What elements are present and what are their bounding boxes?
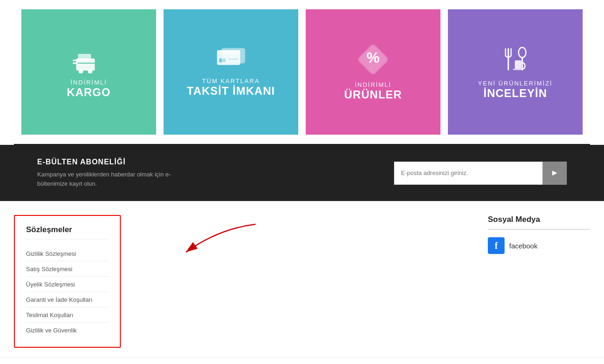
- svg-text:%: %: [367, 49, 380, 66]
- garanti-iade-link[interactable]: Garanti ve İade Koşulları: [26, 296, 92, 303]
- red-arrow: [149, 220, 260, 266]
- inceleyin-card-title: İNCELEYİN: [478, 87, 552, 100]
- sozlesmeler-heading: Sözleşmeler: [26, 225, 109, 240]
- facebook-link[interactable]: f facebook: [488, 237, 590, 254]
- promo-card-inceleyin[interactable]: YENİ ÜRÜNLERİMİZİ İNCELEYİN: [448, 9, 583, 135]
- newsletter-section: E-BÜLTEN ABONELİĞİ Kampanya ve yenilikle…: [0, 145, 604, 201]
- payment-section: iyzico a Payu company VISA AMERICANEXPRE…: [0, 357, 604, 364]
- indirimli-card-title: ÜRÜNLER: [344, 88, 402, 101]
- promo-cards-section: İNDİRİMLİ kargo TÜM KARTLARA TAKSİT İMKA…: [0, 0, 604, 144]
- social-media-section: Sosyal Medya f facebook: [488, 215, 590, 348]
- send-icon: ►: [551, 168, 559, 178]
- list-item: Satış Sözleşmesi: [26, 261, 109, 277]
- kargo-icon: [72, 46, 105, 73]
- list-item: Gizlilik Sözleşmesi: [26, 246, 109, 261]
- taksit-icon: [215, 46, 247, 72]
- promo-card-taksit[interactable]: TÜM KARTLARA TAKSİT İMKANI: [164, 9, 298, 135]
- sozlesmeler-list: Gizlilik Sözleşmesi Satış Sözleşmesi Üye…: [26, 246, 109, 338]
- footer-content: Sözleşmeler Gizlilik Sözleşmesi Satış Sö…: [0, 201, 604, 357]
- list-item: Üyelik Sözleşmesi: [26, 277, 109, 292]
- newsletter-submit-button[interactable]: ►: [543, 162, 567, 185]
- gizlilik-sozlesmesi-link[interactable]: Gizlilik Sözleşmesi: [26, 250, 76, 257]
- newsletter-heading: E-BÜLTEN ABONELİĞİ: [37, 158, 195, 166]
- satis-sozlesmesi-link[interactable]: Satış Sözleşmesi: [26, 266, 72, 273]
- sozlesmeler-box: Sözleşmeler Gizlilik Sözleşmesi Satış Sö…: [14, 215, 121, 348]
- uyelik-sozlesmesi-link[interactable]: Üyelik Sözleşmesi: [26, 281, 75, 288]
- newsletter-text-block: E-BÜLTEN ABONELİĞİ Kampanya ve yenilikle…: [37, 158, 195, 188]
- inceleyin-card-text: YENİ ÜRÜNLERİMİZİ: [478, 80, 552, 87]
- svg-rect-11: [222, 48, 245, 63]
- list-item: Garanti ve İade Koşulları: [26, 292, 109, 307]
- newsletter-form: ►: [394, 162, 567, 185]
- kargo-card-text: İNDİRİMLİ: [67, 79, 111, 86]
- list-item: Teslimat Koşulları: [26, 307, 109, 323]
- svg-point-19: [519, 47, 526, 58]
- indirimli-card-text: İNDİRİMLİ: [344, 81, 402, 88]
- social-media-heading: Sosyal Medya: [488, 215, 590, 230]
- svg-rect-1: [78, 54, 91, 60]
- indirimli-icon: %: [357, 43, 389, 76]
- taksit-card-text: TÜM KARTLARA: [187, 78, 275, 84]
- promo-card-indirimli[interactable]: % İNDİRİMLİ ÜRÜNLER: [306, 9, 440, 135]
- svg-rect-21: [513, 69, 522, 70]
- facebook-icon: f: [488, 237, 505, 254]
- inceleyin-icon: [499, 44, 532, 74]
- kargo-card-title: kargo: [67, 86, 111, 99]
- newsletter-email-input[interactable]: [394, 162, 543, 185]
- promo-card-kargo[interactable]: İNDİRİMLİ kargo: [21, 9, 156, 135]
- newsletter-description: Kampanya ve yeniliklerden haberdar olmak…: [37, 170, 195, 188]
- gizlilik-guvenlik-link[interactable]: Gizlilik ve Güvenlik: [26, 327, 77, 334]
- list-item: Gizlilik ve Güvenlik: [26, 323, 109, 338]
- svg-rect-20: [515, 60, 521, 69]
- facebook-label: facebook: [509, 242, 538, 250]
- taksit-card-title: TAKSİT İMKANI: [187, 84, 275, 98]
- teslimat-kosullari-link[interactable]: Teslimat Koşulları: [26, 312, 73, 318]
- annotation-area: [139, 215, 469, 348]
